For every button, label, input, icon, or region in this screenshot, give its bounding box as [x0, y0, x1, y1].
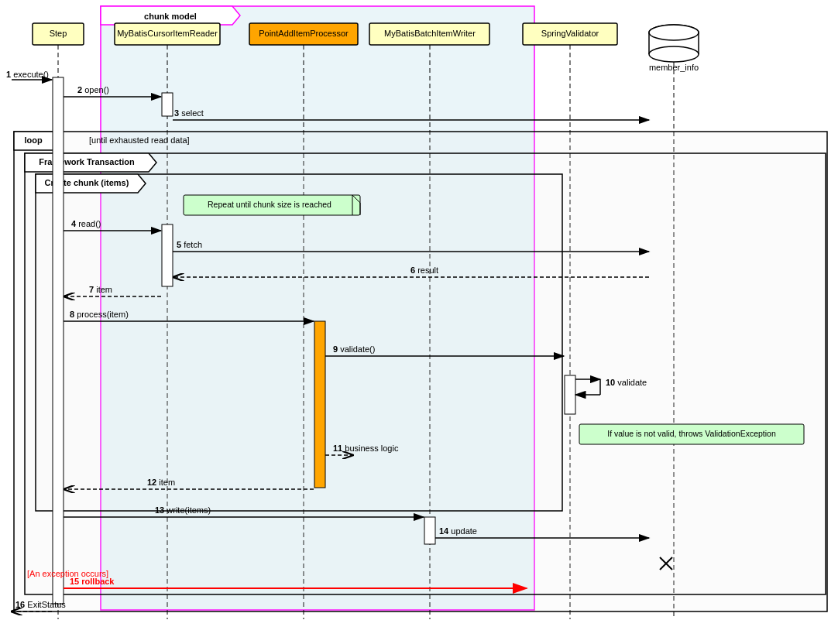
- repeat-note-text: Repeat until chunk size is reached: [208, 200, 331, 209]
- msg-16-label: 16 ExitStatus: [15, 600, 66, 609]
- msg-11-label: 11 business logic: [333, 444, 399, 453]
- activation-reader-select: [162, 224, 173, 286]
- msg-8-label: 8 process(item): [70, 310, 129, 319]
- activation-writer: [424, 517, 435, 544]
- activation-reader-open: [162, 93, 173, 116]
- msg-10-label: 10 validate: [606, 378, 647, 387]
- msg-3-label: 3 select: [174, 108, 204, 118]
- msg-1-label: 1 execute(): [6, 70, 49, 79]
- activation-step: [53, 77, 64, 604]
- msg-15-label: 15 rollback: [70, 577, 115, 586]
- msg-5-label: 5 fetch: [177, 240, 202, 249]
- msg-7-label: 7 item: [89, 285, 112, 294]
- actor-writer-label: MyBatisBatchItemWriter: [384, 29, 476, 38]
- validation-note-text: If value is not valid, throws Validation…: [607, 429, 776, 438]
- actor-step-label: Step: [50, 29, 67, 38]
- msg-4-label: 4 read(): [71, 219, 101, 228]
- msg-6-label: 6 result: [410, 265, 438, 275]
- diagram-container: chunk model Step MyBatisCursorItemReader…: [0, 0, 838, 644]
- actor-validator-label: SpringValidator: [541, 29, 599, 38]
- db-bottom: [649, 46, 699, 62]
- msg-2-label: 2 open(): [77, 85, 109, 94]
- activation-validator: [565, 375, 575, 414]
- msg-9-label: 9 validate(): [333, 344, 375, 354]
- chunk-model-label: chunk model: [144, 12, 197, 21]
- loop-condition: [until exhausted read data]: [89, 135, 190, 145]
- msg-13-label: 13 write(items): [155, 505, 211, 515]
- msg-14-label: 14 update: [439, 526, 477, 536]
- db-top2: [649, 25, 699, 40]
- msg-12-label: 12 item: [147, 478, 175, 487]
- loop-label: loop: [24, 135, 42, 145]
- actor-processor-label: PointAddItemProcessor: [259, 29, 349, 38]
- create-chunk-frame: [36, 174, 562, 511]
- sequence-diagram: chunk model Step MyBatisCursorItemReader…: [0, 0, 838, 644]
- actor-reader-label: MyBatisCursorItemReader: [117, 29, 218, 38]
- activation-processor: [314, 321, 325, 488]
